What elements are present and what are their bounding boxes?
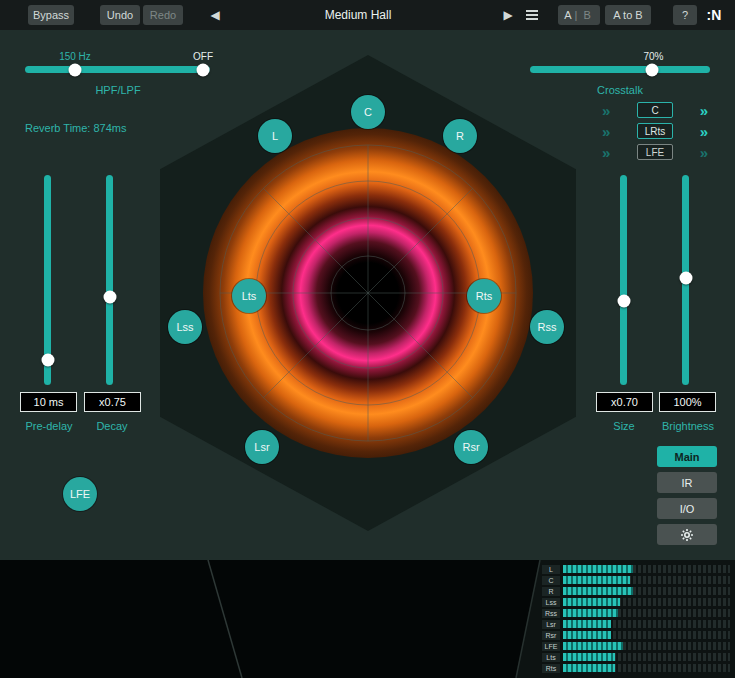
meter-track (563, 587, 730, 595)
arrow-right-icon: ▶ (503, 8, 512, 22)
channel-node-rss[interactable]: Rss (530, 310, 564, 344)
meter-fill (563, 565, 633, 573)
meter-row: Lss (542, 597, 730, 607)
main-view-button[interactable]: Main (657, 446, 717, 467)
meter-row: Rss (542, 608, 730, 618)
next-preset-button[interactable]: ▶ (497, 5, 519, 25)
route-channel-lrts-button[interactable]: LRts (637, 123, 673, 139)
hpf-handle[interactable] (68, 63, 81, 76)
nugen-logo: :N (699, 5, 729, 25)
channel-node-lts[interactable]: Lts (232, 279, 266, 313)
meter-track (563, 565, 730, 573)
arrow-left-icon: ◀ (210, 8, 219, 22)
brightness-value-box[interactable]: 100% (659, 392, 716, 412)
meter-track (563, 598, 730, 606)
settings-button[interactable] (657, 524, 717, 545)
meter-panel: L C R Lss (516, 560, 735, 678)
route-output-chevron-icon[interactable]: » (700, 145, 708, 160)
hpf-lpf-label: HPF/LPF (58, 84, 178, 96)
ir-view-button[interactable]: IR (657, 472, 717, 493)
undo-button[interactable]: Undo (100, 5, 140, 25)
predelay-handle[interactable] (41, 353, 54, 366)
size-slider[interactable] (620, 175, 627, 385)
meter-label: Lts (542, 653, 560, 662)
predelay-value-box[interactable]: 10 ms (20, 392, 77, 412)
previous-preset-button[interactable]: ◀ (204, 5, 226, 25)
route-input-chevron-icon[interactable]: » (602, 124, 610, 139)
meter-fill (563, 664, 615, 672)
crosstalk-handle[interactable] (646, 63, 659, 76)
meter-row: LFE (542, 641, 730, 651)
route-input-chevron-icon[interactable]: » (602, 145, 610, 160)
meter-track (563, 664, 730, 672)
meter-label: Rss (542, 609, 560, 618)
ab-compare-button[interactable]: A | B (558, 5, 600, 25)
route-output-chevron-icon[interactable]: » (700, 124, 708, 139)
brightness-handle[interactable] (679, 271, 692, 284)
gear-icon (680, 528, 694, 542)
ab-b-label: B (583, 9, 590, 21)
meter-track (563, 631, 730, 639)
redo-button[interactable]: Redo (143, 5, 183, 25)
meter-fill (563, 653, 615, 661)
hpf-value: 150 Hz (45, 51, 105, 62)
crosstalk-label: Crosstalk (560, 84, 680, 96)
decay-value-box[interactable]: x0.75 (84, 392, 141, 412)
meter-label: Rts (542, 664, 560, 673)
route-channel-lfe-button[interactable]: LFE (637, 144, 673, 160)
size-handle[interactable] (617, 295, 630, 308)
predelay-slider[interactable] (44, 175, 51, 385)
channel-node-l[interactable]: L (258, 119, 292, 153)
meter-label: R (542, 587, 560, 596)
channel-node-c[interactable]: C (351, 95, 385, 129)
size-value-box[interactable]: x0.70 (596, 392, 653, 412)
channel-node-rts[interactable]: Rts (467, 279, 501, 313)
channel-node-rsr[interactable]: Rsr (454, 430, 488, 464)
route-output-chevron-icon[interactable]: » (700, 103, 708, 118)
preset-list-button[interactable] (521, 5, 543, 25)
bypass-button[interactable]: Bypass (28, 5, 74, 25)
brightness-label: Brightness (648, 420, 728, 432)
help-button[interactable]: ? (673, 5, 697, 25)
meter-row: L (542, 564, 730, 574)
decay-handle[interactable] (103, 290, 116, 303)
routing-row-lrts: » LRts » (602, 122, 708, 140)
channel-node-lsr[interactable]: Lsr (245, 430, 279, 464)
meter-label: LFE (542, 642, 560, 651)
meter-fill (563, 609, 618, 617)
predelay-label: Pre-delay (14, 420, 84, 432)
meter-row: C (542, 575, 730, 585)
decay-slider[interactable] (106, 175, 113, 385)
meter-row: Lsr (542, 619, 730, 629)
meter-fill (563, 631, 611, 639)
hpf-lpf-slider[interactable] (25, 66, 210, 73)
preset-name[interactable]: Medium Hall (288, 5, 428, 25)
meter-label: Lss (542, 598, 560, 607)
crosstalk-slider[interactable] (530, 66, 710, 73)
titlebar: Bypass Undo Redo ◀ Medium Hall ▶ A | B A… (0, 0, 735, 30)
channel-node-lss[interactable]: Lss (168, 310, 202, 344)
decay-label: Decay (80, 420, 144, 432)
paragon-plugin-window: Bypass Undo Redo ◀ Medium Hall ▶ A | B A… (0, 0, 735, 678)
meter-label: C (542, 576, 560, 585)
meter-fill (563, 576, 630, 584)
meter-track (563, 609, 730, 617)
route-channel-c-button[interactable]: C (637, 102, 673, 118)
channel-node-lfe[interactable]: LFE (63, 477, 97, 511)
meter-track (563, 620, 730, 628)
a-to-b-button[interactable]: A to B (605, 5, 651, 25)
meter-track (563, 642, 730, 650)
routing-row-lfe: » LFE » (602, 143, 708, 161)
ab-separator: | (575, 9, 578, 21)
meter-fill (563, 642, 623, 650)
route-input-chevron-icon[interactable]: » (602, 103, 610, 118)
crosstalk-value: 70% (626, 51, 681, 62)
meter-fill (563, 587, 633, 595)
meter-track (563, 653, 730, 661)
meter-label: Rsr (542, 631, 560, 640)
io-view-button[interactable]: I/O (657, 498, 717, 519)
lpf-handle[interactable] (196, 63, 209, 76)
channel-node-r[interactable]: R (443, 119, 477, 153)
meter-label: L (542, 565, 560, 574)
brightness-slider[interactable] (682, 175, 689, 385)
